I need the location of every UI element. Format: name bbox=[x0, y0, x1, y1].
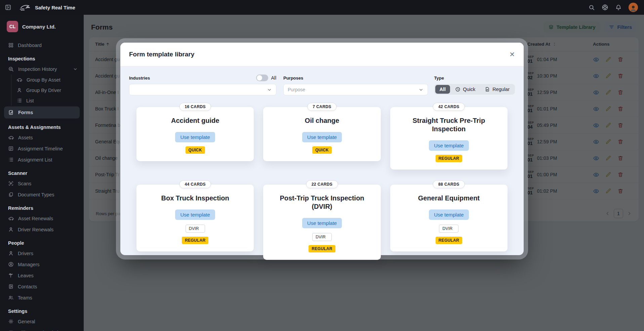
sidebar-item-billing[interactable]: Billing & Subscriptions bbox=[0, 327, 84, 331]
user-avatar[interactable] bbox=[629, 3, 638, 12]
file-icon bbox=[485, 87, 490, 92]
sidebar-section-people: People bbox=[0, 235, 84, 248]
person-icon bbox=[8, 250, 14, 256]
template-title: General Equipment bbox=[418, 194, 480, 202]
sidebar: CL Company Ltd. Dashboard Inspections In… bbox=[0, 15, 84, 331]
sidebar-item-leaves[interactable]: Leaves bbox=[0, 270, 84, 281]
sidebar-item-contacts[interactable]: Contacts bbox=[0, 281, 84, 292]
template-card: 42 CARDS Straight Truck Pre-Trip Inspect… bbox=[390, 107, 508, 170]
close-icon[interactable]: ✕ bbox=[509, 51, 515, 58]
sidebar-collapse-icon[interactable] bbox=[5, 4, 11, 11]
sidebar-item-scans[interactable]: Scans bbox=[0, 178, 84, 189]
template-card: 22 CARDS Post-Trip Truck Inspection (DVI… bbox=[263, 185, 380, 260]
chevron-down-icon bbox=[73, 67, 78, 72]
card-count-badge: 44 CARDS bbox=[179, 180, 211, 188]
company-name: Company Ltd. bbox=[22, 24, 56, 30]
sidebar-item-general[interactable]: General bbox=[0, 316, 84, 327]
sidebar-item-label: Driver Renewals bbox=[18, 227, 53, 232]
sidebar-item-assets[interactable]: Assets bbox=[0, 132, 84, 143]
sidebar-item-label: Scans bbox=[18, 181, 31, 186]
template-type-badge: REGULAR bbox=[436, 237, 462, 244]
type-label: Type bbox=[434, 76, 444, 81]
industries-select[interactable] bbox=[129, 84, 276, 95]
sidebar-item-label: Group By Driver bbox=[26, 88, 61, 93]
sidebar-item-inspection-history[interactable]: Inspection History bbox=[0, 63, 84, 75]
sidebar-item-label: Group By Asset bbox=[27, 77, 61, 83]
template-card: 7 CARDS Oil change Use template QUICK bbox=[263, 107, 380, 161]
template-title: Post-Trip Truck Inspection (DVIR) bbox=[272, 194, 372, 211]
card-count-badge: 16 CARDS bbox=[179, 103, 211, 111]
app-name: Safety Real Time bbox=[35, 5, 75, 10]
sidebar-item-forms[interactable]: Forms bbox=[4, 106, 80, 119]
copies-icon bbox=[8, 192, 14, 197]
use-template-button[interactable]: Use template bbox=[302, 132, 342, 142]
template-title: Straight Truck Pre-Trip Inspection bbox=[398, 116, 499, 133]
help-lifebuoy-icon[interactable] bbox=[602, 4, 608, 11]
purposes-placeholder: Purpose bbox=[288, 87, 305, 92]
template-card: 88 CARDS General Equipment Use template … bbox=[390, 185, 508, 251]
document-icon bbox=[8, 146, 14, 151]
sidebar-item-label: List bbox=[26, 98, 34, 103]
template-type-badge: QUICK bbox=[186, 146, 205, 154]
sidebar-item-label: Leaves bbox=[18, 273, 34, 278]
sidebar-item-asset-renewals[interactable]: Asset Renewals bbox=[0, 213, 84, 224]
use-template-button[interactable]: Use template bbox=[175, 209, 215, 220]
palm-tree-icon bbox=[8, 273, 14, 278]
sidebar-item-group-by-driver[interactable]: Group By Driver bbox=[11, 85, 84, 95]
sidebar-item-label: Dashboard bbox=[18, 43, 42, 48]
industries-all-toggle[interactable] bbox=[256, 75, 268, 81]
use-template-button[interactable]: Use template bbox=[429, 140, 469, 151]
use-template-button[interactable]: Use template bbox=[302, 218, 342, 228]
template-title: Accident guide bbox=[171, 116, 219, 125]
type-option-regular[interactable]: Regular bbox=[480, 85, 514, 94]
template-title: Oil change bbox=[305, 116, 339, 125]
search-icon[interactable] bbox=[589, 4, 595, 11]
notifications-bell-icon[interactable] bbox=[615, 4, 622, 11]
vehicle-icon bbox=[16, 77, 23, 83]
type-segmented-control: All Quick Regular bbox=[434, 84, 515, 95]
sidebar-section-settings: Settings bbox=[0, 303, 84, 316]
people-icon bbox=[8, 295, 14, 300]
sidebar-item-drivers[interactable]: Drivers bbox=[0, 248, 84, 259]
use-template-button[interactable]: Use template bbox=[429, 209, 469, 220]
sidebar-item-list[interactable]: List bbox=[11, 95, 84, 106]
form-template-library-modal: Form template library ✕ Industries All bbox=[120, 43, 524, 255]
scan-icon bbox=[8, 181, 14, 186]
contact-book-icon bbox=[8, 284, 14, 289]
template-type-badge: QUICK bbox=[312, 146, 332, 154]
card-count-badge: 42 CARDS bbox=[433, 103, 465, 111]
sidebar-item-assignment-list[interactable]: Assignment List bbox=[0, 154, 84, 165]
company-switcher[interactable]: CL Company Ltd. bbox=[0, 21, 84, 34]
type-option-quick[interactable]: Quick bbox=[451, 85, 480, 94]
sidebar-item-label: Managers bbox=[18, 262, 39, 267]
sidebar-item-dashboard[interactable]: Dashboard bbox=[0, 40, 84, 51]
card-count-badge: 22 CARDS bbox=[306, 180, 338, 188]
sidebar-item-label: Billing & Subscriptions bbox=[18, 330, 66, 331]
search-check-icon bbox=[8, 66, 14, 72]
sidebar-item-group-by-asset[interactable]: Group By Asset bbox=[11, 75, 84, 85]
credit-card-icon bbox=[8, 330, 14, 331]
sidebar-item-assignment-timeline[interactable]: Assignment Timeline bbox=[0, 143, 84, 154]
card-count-badge: 7 CARDS bbox=[307, 103, 336, 111]
topbar: Safety Real Time bbox=[0, 0, 644, 15]
sidebar-section-scanner: Scanner bbox=[0, 165, 84, 178]
sidebar-item-driver-renewals[interactable]: Driver Renewals bbox=[0, 224, 84, 235]
type-option-all[interactable]: All bbox=[435, 85, 450, 94]
list-icon bbox=[16, 98, 22, 103]
forms-icon bbox=[8, 109, 14, 115]
sidebar-item-label: Contacts bbox=[18, 284, 37, 289]
template-type-badge: REGULAR bbox=[309, 245, 335, 252]
vehicle-icon bbox=[8, 216, 14, 222]
sidebar-item-label: Drivers bbox=[18, 251, 33, 256]
sidebar-item-managers[interactable]: Managers bbox=[0, 259, 84, 270]
dashboard-icon bbox=[8, 42, 14, 48]
template-card: 44 CARDS Box Truck Inspection Use templa… bbox=[136, 185, 254, 251]
sidebar-item-teams[interactable]: Teams bbox=[0, 292, 84, 303]
purposes-select[interactable]: Purpose bbox=[283, 84, 428, 95]
sidebar-item-label: Asset Renewals bbox=[18, 216, 53, 221]
sidebar-item-document-types[interactable]: Document Types bbox=[0, 189, 84, 200]
sidebar-section-inspections: Inspections bbox=[0, 51, 84, 63]
sidebar-item-label: General bbox=[18, 319, 35, 324]
modal-title: Form template library bbox=[129, 51, 194, 58]
use-template-button[interactable]: Use template bbox=[175, 132, 215, 142]
